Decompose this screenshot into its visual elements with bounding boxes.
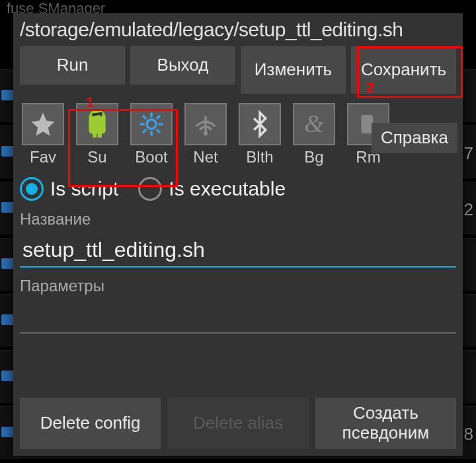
is-executable-label: Is executable	[169, 178, 286, 200]
top-button-row: Run Выход Изменить Сохранить	[20, 46, 456, 94]
net-icon	[184, 103, 227, 145]
type-radio-group: Is script Is executable	[20, 177, 456, 201]
boot-label: Boot	[135, 148, 167, 166]
toolbar-bg[interactable]: &Bg	[291, 103, 337, 166]
folder-icon	[1, 427, 15, 437]
blth-label: Blth	[246, 148, 273, 166]
su-icon	[76, 103, 118, 145]
delete-alias-button: Delete alias	[167, 398, 308, 449]
su-label: Su	[87, 148, 106, 166]
toolbar-net[interactable]: Net	[182, 103, 229, 166]
file-path: /storage/emulated/legacy/setup_ttl_editi…	[20, 18, 456, 41]
blth-icon	[239, 103, 281, 145]
folder-icon	[1, 314, 15, 325]
is-script-label: Is script	[50, 178, 118, 200]
svg-text:&: &	[304, 110, 324, 137]
toolbar-su[interactable]: Su	[74, 103, 120, 166]
name-label: Название	[20, 210, 456, 229]
fav-label: Fav	[30, 148, 56, 166]
status-bar: fuse SManager	[0, 0, 476, 13]
folder-icon	[1, 90, 15, 100]
name-input[interactable]	[20, 232, 456, 267]
icon-toolbar: FavSuBootNetBlth&BgRmСправка	[20, 103, 456, 166]
net-label: Net	[193, 148, 218, 166]
edit-button[interactable]: Изменить	[241, 46, 346, 94]
is-script-radio[interactable]	[20, 177, 44, 201]
bottom-button-row: Delete config Delete alias Создать псевд…	[20, 398, 456, 449]
folder-icon	[1, 202, 15, 213]
is-executable-radio[interactable]	[138, 177, 162, 201]
toolbar-blth[interactable]: Blth	[237, 103, 283, 166]
toolbar-fav[interactable]: Fav	[20, 103, 66, 166]
folder-icon	[1, 146, 15, 157]
row-count: 7	[464, 143, 473, 164]
highlight-1-label: 1	[86, 94, 94, 111]
bg-label: Bg	[304, 148, 323, 166]
row-count: 8	[464, 424, 473, 445]
params-input[interactable]	[20, 299, 456, 334]
params-label: Параметры	[20, 277, 456, 295]
bg-icon: &	[293, 103, 335, 145]
svg-line-8	[143, 116, 146, 119]
create-alias-button[interactable]: Создать псевдоним	[315, 398, 456, 449]
highlight-2-label: 2	[366, 79, 374, 96]
script-dialog: /storage/emulated/legacy/setup_ttl_editi…	[13, 13, 463, 456]
delete-config-button[interactable]: Delete config	[20, 398, 161, 449]
boot-icon	[130, 103, 173, 145]
status-left: fuse SManager	[7, 0, 105, 13]
fav-icon	[22, 103, 64, 145]
run-button[interactable]: Run	[20, 46, 125, 85]
svg-point-3	[147, 120, 156, 129]
svg-line-11	[157, 116, 160, 119]
row-count: 2	[464, 199, 473, 220]
folder-icon	[1, 258, 15, 269]
svg-line-9	[157, 129, 160, 133]
help-button[interactable]: Справка	[372, 123, 457, 153]
toolbar-boot[interactable]: Boot	[128, 103, 175, 166]
folder-icon	[1, 371, 15, 381]
exit-button[interactable]: Выход	[130, 46, 235, 85]
svg-line-10	[143, 129, 146, 133]
